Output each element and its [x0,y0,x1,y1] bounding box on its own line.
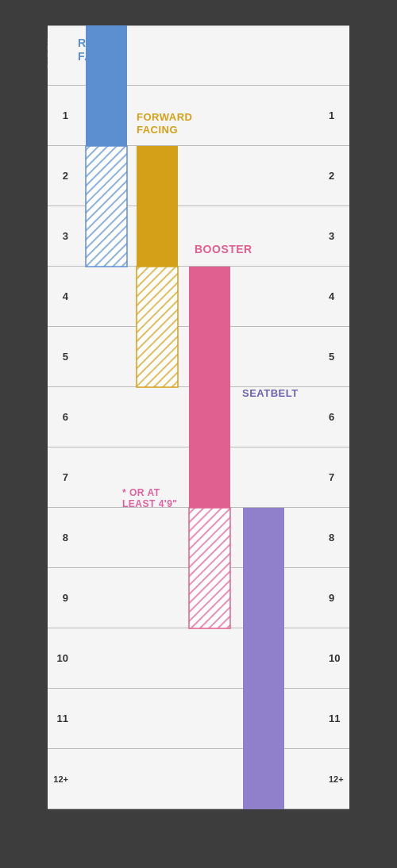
grid-row: 12+12+ [48,749,349,809]
row-label-left: 4 [48,290,73,302]
grid-row: 44 [48,267,349,327]
grid-row: 1111 [48,689,349,749]
row-label-left: 11 [48,712,73,724]
grid-row: 99 [48,568,349,628]
grid-row: 11 [48,86,349,146]
row-label-left: 3 [48,230,73,242]
chart-container: BIRTH BIRTH 1122334455667788991010111112… [48,25,349,809]
row-label-right: 8 [324,532,349,543]
row-label-right: 4 [324,290,349,302]
row-label-right: 1 [324,109,349,121]
grid-row: 1010 [48,628,349,689]
row-label-left: 9 [48,592,73,604]
row-label-right: 5 [324,351,349,363]
row-label-left: 6 [48,411,73,423]
row-label-right: 2 [324,170,349,182]
grid-row: 55 [48,327,349,387]
row-label-right: 7 [324,471,349,483]
row-label-left: 7 [48,471,73,483]
row-label-right: 11 [324,712,349,724]
page-title [191,0,206,25]
grid-row: 66 [48,387,349,447]
grid-row [48,25,349,86]
row-label-left: 5 [48,351,73,363]
grid-row: 88 [48,508,349,568]
row-label-right: 3 [324,230,349,242]
grid-row: 33 [48,206,349,267]
row-label-right: 6 [324,411,349,423]
row-label-right: 9 [324,592,349,604]
row-label-right: 12+ [324,774,349,784]
row-label-right: 10 [324,652,349,664]
row-label-left: 1 [48,109,73,121]
row-label-left: 10 [48,652,73,664]
row-label-left: 2 [48,170,73,182]
chart-main: 1122334455667788991010111112+12+ REARFAC… [48,25,349,809]
grid-row: 22 [48,146,349,206]
grid-rows: 1122334455667788991010111112+12+ [48,25,349,809]
grid-row: 77 [48,447,349,508]
row-label-left: 8 [48,532,73,543]
row-label-left: 12+ [48,774,73,784]
